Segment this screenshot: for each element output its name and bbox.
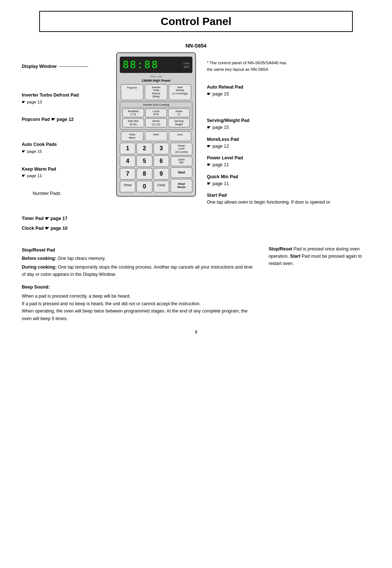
display-digits: 88:88 [123, 59, 159, 71]
inverter-row-1: Breakfast (1-3) Lunch (4-6) Snack (7) [121, 109, 191, 118]
display-units: oz/lb g/kg [183, 62, 189, 68]
inverter-row-2: Side Dish (8-10) Dinner (11-12) Serving/… [121, 118, 191, 127]
stop-reset-section: Stop/Reset Pad Before cooking: One tap c… [22, 246, 254, 278]
inverter-section: Inverter Auto Cooking Breakfast (1-3) Lu… [120, 102, 192, 130]
display-window-label: Display Window [22, 63, 116, 70]
power-level-right-label: Power Level Pad ☛ page 11 [207, 155, 370, 168]
number-grid: 1 2 3 4 5 6 7 8 9 Timer 0 Clock [120, 143, 169, 192]
serving-weight-right-label: Serving/Weight Pad ☛ page 15 [207, 117, 370, 131]
left-labels: Display Window Inverter Turbo Defrost Pa… [22, 52, 116, 238]
inverter-turbo-label: Inverter Turbo Defrost Pad ☛ page 13 [22, 92, 116, 106]
display-area: 88:88 oz/lb g/kg [120, 57, 192, 73]
start-right-label: Start Pad One tap allows oven to begin f… [207, 192, 370, 206]
btn-0[interactable]: 0 [136, 181, 152, 192]
high-power-label: 1300W High Power [120, 79, 192, 82]
number-section: 1 2 3 4 5 6 7 8 9 Timer 0 Clock Po [120, 143, 192, 192]
lunch-button[interactable]: Lunch (4-6) [145, 109, 167, 118]
btn-6[interactable]: 6 [154, 155, 169, 167]
start-button[interactable]: Start [171, 167, 192, 178]
stop-reset-right: Stop/Reset Pad is pressed once during ov… [269, 245, 370, 322]
serving-weight-button[interactable]: Serving/ Weight [168, 118, 190, 127]
snack-button[interactable]: Snack (7) [168, 109, 190, 118]
quick-min-right-label: Quick Min Pad ☛ page 11 [207, 173, 370, 187]
breakfast-button[interactable]: Breakfast (1-3) [122, 109, 144, 118]
more-button[interactable]: More [145, 131, 167, 141]
panel: 88:88 oz/lb g/kg More Less 1300W High Po… [116, 52, 196, 197]
clock-button[interactable]: Clock [154, 181, 169, 192]
auto-reheat-right-label: Auto Reheat Pad ☛ page 15 [207, 84, 370, 98]
keep-warm-button[interactable]: Keep Warm [121, 131, 143, 141]
note-box: * The control panel of NN-S635/SA646 has… [207, 60, 287, 73]
control-panel-diagram: 88:88 oz/lb g/kg More Less 1300W High Po… [116, 52, 203, 197]
more-less-right-label: More/Less Pad ☛ page 12 [207, 136, 370, 150]
btn-7[interactable]: 7 [120, 168, 135, 180]
btn-3[interactable]: 3 [154, 143, 169, 154]
btn-1[interactable]: 1 [120, 143, 135, 154]
number-pads-label: Number Pads [33, 190, 116, 197]
power-level-button[interactable]: Power Level (10 Levels) [171, 143, 192, 155]
bottom-section: Stop/Reset Pad Before cooking: One tap c… [22, 245, 370, 322]
model-name: NN-S654 [22, 43, 370, 49]
stop-reset-left: Stop/Reset Pad Before cooking: One tap c… [22, 245, 254, 322]
beep-section: Beep Sound: When a pad is pressed correc… [22, 283, 254, 322]
btn-2[interactable]: 2 [136, 143, 152, 154]
display-more-less: More Less [120, 75, 192, 78]
side-dish-button[interactable]: Side Dish (8-10) [122, 118, 144, 127]
btn-4[interactable]: 4 [120, 155, 135, 167]
btn-8[interactable]: 8 [136, 168, 152, 180]
timer-label: Timer Pad ☛ page 17 [22, 215, 116, 222]
auto-reheat-button[interactable]: Auto Reheat (1-4 servings) [169, 84, 191, 100]
inverter-label: Inverter Auto Cooking [121, 103, 191, 107]
page-title: Control Panel [39, 11, 353, 32]
right-labels: * The control panel of NN-S635/SA646 has… [203, 52, 370, 211]
stop-reset-button[interactable]: Stop/ Reset [171, 179, 192, 192]
page-number: 9 [22, 330, 370, 335]
less-button[interactable]: Less [169, 131, 191, 141]
keep-warm-label: Keep Warm Pad ☛ page 11 [22, 166, 116, 180]
popcorn-label: Popcorn Pad ☛ page 12 [22, 116, 116, 123]
middle-row: Keep Warm More Less [120, 131, 192, 141]
top-buttons-row: Popcorn Inverter Turbo Defrost (lb/kg) A… [120, 84, 192, 100]
quick-min-button[interactable]: Quick Min [171, 156, 192, 166]
btn-5[interactable]: 5 [136, 155, 152, 167]
auto-cook-label: Auto Cook Pads ☛ page 15 [22, 141, 116, 155]
inverter-turbo-button[interactable]: Inverter Turbo Defrost (lb/kg) [145, 84, 167, 100]
clock-label: Clock Pad ☛ page 10 [22, 225, 116, 232]
timer-button[interactable]: Timer [120, 181, 135, 192]
popcorn-button[interactable]: Popcorn [121, 84, 143, 100]
dinner-button[interactable]: Dinner (11-12) [145, 118, 167, 127]
right-buttons: Power Level (10 Levels) Quick Min Start … [171, 143, 192, 192]
btn-9[interactable]: 9 [154, 168, 169, 180]
page: Control Panel NN-S654 Display Window Inv… [0, 0, 392, 568]
